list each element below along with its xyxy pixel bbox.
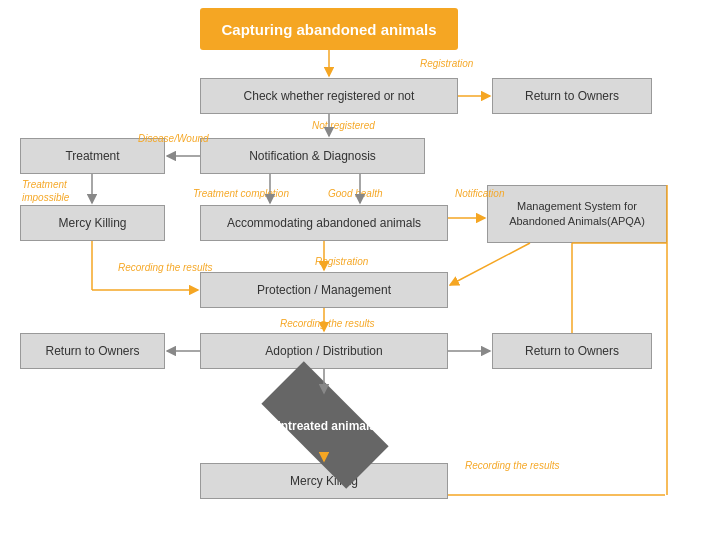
not-registered-label: Not registered [312, 120, 375, 131]
mercy-killing-1-box: Mercy Killing [20, 205, 165, 241]
check-label: Check whether registered or not [244, 89, 415, 103]
management-system-label: Management System for Abandoned Animals(… [509, 199, 645, 230]
return-owners-1-label: Return to Owners [525, 89, 619, 103]
accommodating-label: Accommodating abandoned animals [227, 216, 421, 230]
flowchart-diagram: Capturing abandoned animals Check whethe… [0, 0, 707, 541]
treatment-label: Treatment [65, 149, 119, 163]
mercy-killing-2-box: Mercy Killing [200, 463, 448, 499]
check-box: Check whether registered or not [200, 78, 458, 114]
return-owners-3-box: Return to Owners [492, 333, 652, 369]
return-owners-3-label: Return to Owners [525, 344, 619, 358]
good-health-label: Good health [328, 188, 383, 199]
svg-line-22 [450, 243, 530, 285]
start-box: Capturing abandoned animals [200, 8, 458, 50]
protection-label: Protection / Management [257, 283, 391, 297]
disease-wound-label: Disease/Wound [138, 133, 209, 144]
notification-label: Notification [455, 188, 504, 199]
registration1-label: Registration [420, 58, 473, 69]
recording3-label: Recording the results [465, 460, 560, 471]
notif-diag-label: Notification & Diagnosis [249, 149, 376, 163]
return-owners-2-label: Return to Owners [45, 344, 139, 358]
mercy-killing-1-label: Mercy Killing [58, 216, 126, 230]
accommodating-box: Accommodating abandoned animals [200, 205, 448, 241]
recording1-label: Recording the results [118, 262, 213, 273]
return-owners-2-box: Return to Owners [20, 333, 165, 369]
treatment-impossible-label: Treatment impossible [22, 178, 69, 204]
management-system-box: Management System for Abandoned Animals(… [487, 185, 667, 243]
return-owners-1-box: Return to Owners [492, 78, 652, 114]
recording2-label: Recording the results [280, 318, 375, 329]
protection-box: Protection / Management [200, 272, 448, 308]
start-label: Capturing abandoned animals [221, 21, 436, 38]
registration2-label: Registration [315, 256, 368, 267]
adoption-box: Adoption / Distribution [200, 333, 448, 369]
notif-diag-box: Notification & Diagnosis [200, 138, 425, 174]
adoption-label: Adoption / Distribution [265, 344, 382, 358]
treatment-completion-label: Treatment completion [193, 188, 289, 199]
